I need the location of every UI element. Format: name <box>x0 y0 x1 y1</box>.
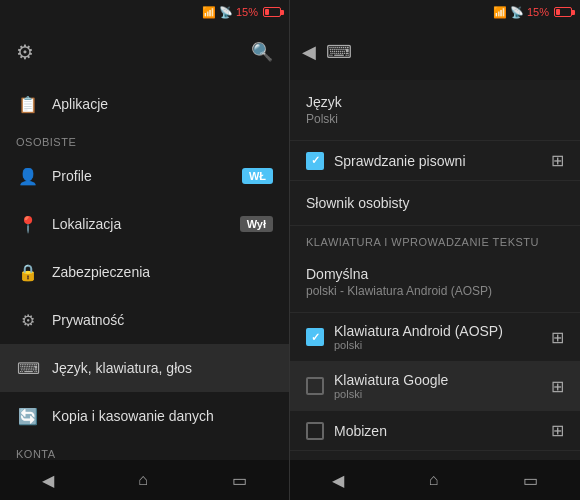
left-status-icons: 📶 📡 15% <box>202 6 281 19</box>
battery-icon <box>263 7 281 17</box>
checkbox-text-wrap: Sprawdzanie pisowni <box>334 153 466 169</box>
checkbox-label: Mobizen <box>334 423 387 439</box>
checkbox-label: Klawiatura Android (AOSP) <box>334 323 503 339</box>
setting-sub: polski - Klawiatura Android (AOSP) <box>306 284 564 298</box>
checkbox-sub: polski <box>334 388 448 400</box>
battery-text: 15% <box>236 6 258 18</box>
menu-item-zabezpieczenia[interactable]: 🔒Zabezpieczenia <box>0 248 289 296</box>
adjust-icon[interactable]: ⊞ <box>551 328 564 347</box>
right-gear-icon: ⌨ <box>326 41 352 63</box>
checkbox-row-klawiatura-google[interactable]: Klawiatura Googlepolski⊞ <box>290 362 580 411</box>
left-header: ⚙ 🔍 <box>0 24 289 80</box>
jezyk-icon: ⌨ <box>16 359 40 378</box>
right-panel: 📶 📡 15% ◀ ⌨ JęzykPolskiSprawdzanie pisow… <box>290 0 580 500</box>
left-menu: 📋AplikacjeOSOBISTE👤ProfileWŁ📍Lokalizacja… <box>0 80 289 460</box>
zabezpieczenia-icon: 🔒 <box>16 263 40 282</box>
lokalizacja-badge[interactable]: Wył <box>240 216 273 232</box>
checkbox-mobizen[interactable] <box>306 422 324 440</box>
setting-ikona-klawiatury[interactable]: Ikona klawiatury <box>290 451 580 460</box>
setting-title: Język <box>306 94 564 110</box>
right-status-icons: 📶 📡 15% <box>493 6 572 19</box>
prywatnosc-icon: ⚙ <box>16 311 40 330</box>
signal-icon: 📶 <box>202 6 216 19</box>
back-button[interactable]: ◀ <box>26 463 70 498</box>
section-label-konta: KONTA <box>0 440 289 460</box>
menu-item-prywatnosc[interactable]: ⚙Prywatność <box>0 296 289 344</box>
right-home-button[interactable]: ⌂ <box>413 463 455 497</box>
menu-item-kopia[interactable]: 🔄Kopia i kasowanie danych <box>0 392 289 440</box>
checkbox-text-wrap: Mobizen <box>334 423 387 439</box>
wifi-icon-r: 📡 <box>510 6 524 19</box>
checkbox-label: Klawiatura Google <box>334 372 448 388</box>
left-nav-bar: ◀ ⌂ ▭ <box>0 460 289 500</box>
jezyk-label: Język, klawiatura, głos <box>52 360 273 376</box>
checkbox-row-klawiatura-android-(aosp)[interactable]: Klawiatura Android (AOSP)polski⊞ <box>290 313 580 362</box>
checkbox-text-wrap: Klawiatura Googlepolski <box>334 372 448 400</box>
checkbox-label: Sprawdzanie pisowni <box>334 153 466 169</box>
lokalizacja-label: Lokalizacja <box>52 216 228 232</box>
gear-icon: ⚙ <box>16 40 34 64</box>
left-panel: 📶 📡 15% ⚙ 🔍 📋AplikacjeOSOBISTE👤ProfileWŁ… <box>0 0 290 500</box>
right-back-icon[interactable]: ◀ <box>302 41 316 63</box>
battery-text-r: 15% <box>527 6 549 18</box>
checkbox-left-group: Sprawdzanie pisowni <box>306 152 539 170</box>
aplikacje-icon: 📋 <box>16 95 40 114</box>
setting-język[interactable]: JęzykPolski <box>290 80 580 141</box>
menu-item-lokalizacja[interactable]: 📍LokalizacjaWył <box>0 200 289 248</box>
adjust-icon[interactable]: ⊞ <box>551 151 564 170</box>
setting-słownik-osobisty[interactable]: Słownik osobisty <box>290 181 580 226</box>
prywatnosc-label: Prywatność <box>52 312 273 328</box>
kopia-label: Kopia i kasowanie danych <box>52 408 273 424</box>
signal-icon-r: 📶 <box>493 6 507 19</box>
menu-item-jezyk[interactable]: ⌨Język, klawiatura, głos <box>0 344 289 392</box>
setting-title: Słownik osobisty <box>306 195 564 211</box>
left-status-bar: 📶 📡 15% <box>0 0 289 24</box>
right-recents-button[interactable]: ▭ <box>507 463 554 498</box>
wifi-icon: 📡 <box>219 6 233 19</box>
setting-title: Domyślna <box>306 266 564 282</box>
checkbox-left-group: Klawiatura Googlepolski <box>306 372 539 400</box>
checkbox-klawiatura-google[interactable] <box>306 377 324 395</box>
zabezpieczenia-label: Zabezpieczenia <box>52 264 273 280</box>
menu-item-aplikacje[interactable]: 📋Aplikacje <box>0 80 289 128</box>
profile-label: Profile <box>52 168 230 184</box>
checkbox-klawiatura-android-(aosp)[interactable] <box>306 328 324 346</box>
setting-sub: Polski <box>306 112 564 126</box>
lokalizacja-icon: 📍 <box>16 215 40 234</box>
right-status-bar: 📶 📡 15% <box>290 0 580 24</box>
aplikacje-label: Aplikacje <box>52 96 273 112</box>
checkbox-left-group: Klawiatura Android (AOSP)polski <box>306 323 539 351</box>
home-button[interactable]: ⌂ <box>122 463 164 497</box>
battery-icon-r <box>554 7 572 17</box>
checkbox-row-sprawdzanie-pisowni[interactable]: Sprawdzanie pisowni⊞ <box>290 141 580 181</box>
profile-icon: 👤 <box>16 167 40 186</box>
right-content: JęzykPolskiSprawdzanie pisowni⊞Słownik o… <box>290 80 580 460</box>
search-icon[interactable]: 🔍 <box>251 41 273 63</box>
menu-item-profile[interactable]: 👤ProfileWŁ <box>0 152 289 200</box>
checkbox-left-group: Mobizen <box>306 422 539 440</box>
setting-domyślna[interactable]: Domyślnapolski - Klawiatura Android (AOS… <box>290 252 580 313</box>
adjust-icon[interactable]: ⊞ <box>551 377 564 396</box>
recents-button[interactable]: ▭ <box>216 463 263 498</box>
profile-badge[interactable]: WŁ <box>242 168 273 184</box>
checkbox-sub: polski <box>334 339 503 351</box>
section-label-osobiste: OSOBISTE <box>0 128 289 152</box>
checkbox-text-wrap: Klawiatura Android (AOSP)polski <box>334 323 503 351</box>
right-header: ◀ ⌨ <box>290 24 580 80</box>
kopia-icon: 🔄 <box>16 407 40 426</box>
checkbox-sprawdzanie-pisowni[interactable] <box>306 152 324 170</box>
checkbox-row-mobizen[interactable]: Mobizen⊞ <box>290 411 580 451</box>
adjust-icon[interactable]: ⊞ <box>551 421 564 440</box>
right-back-button[interactable]: ◀ <box>316 463 360 498</box>
right-nav-bar: ◀ ⌂ ▭ <box>290 460 580 500</box>
keyboard-section-label: KLAWIATURA I WPROWADZANIE TEKSTU <box>290 226 580 252</box>
